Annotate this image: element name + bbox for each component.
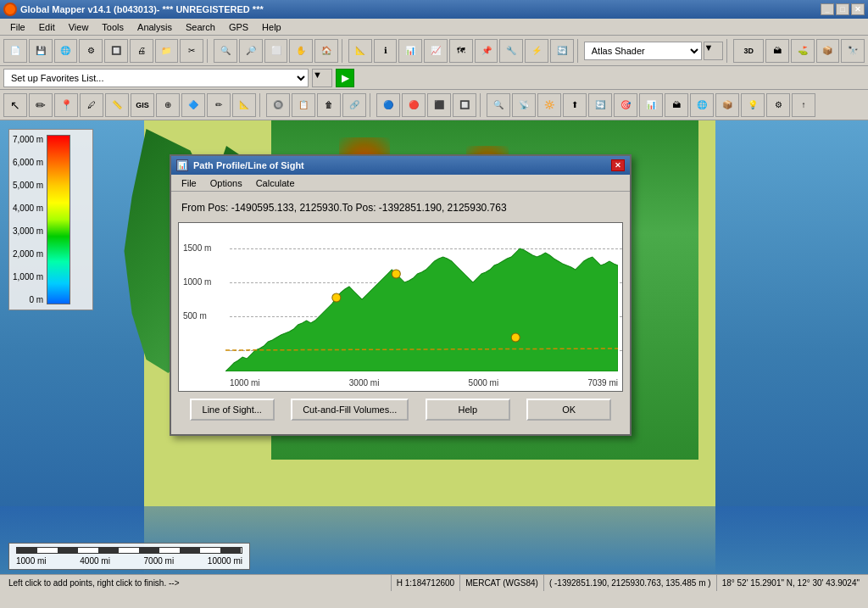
favorites-dropdown[interactable]: Set up Favorites List... <box>3 69 309 87</box>
close-button[interactable]: ✕ <box>851 3 865 15</box>
map-scale-bar: 1000 mi 4000 mi 7000 mi 10000 mi <box>8 543 250 570</box>
tb2-b8[interactable]: 🔘 <box>266 93 290 117</box>
legend-6000: 6,000 m <box>13 158 43 167</box>
map-container[interactable]: 7,000 m 6,000 m 5,000 m 4,000 m 3,000 m … <box>0 120 868 591</box>
tb2-b27[interactable]: ⚙ <box>766 93 790 117</box>
tb2-b15[interactable]: 🔲 <box>453 93 476 117</box>
tb-b3[interactable]: 🔧 <box>499 39 523 63</box>
tb2-b9[interactable]: 📋 <box>292 93 315 117</box>
help-button[interactable]: Help <box>426 399 510 421</box>
tb2-b10[interactable]: 🗑 <box>317 93 341 117</box>
ok-button[interactable]: OK <box>526 399 611 421</box>
menu-edit[interactable]: Edit <box>32 20 62 34</box>
tb2-b4[interactable]: ⊕ <box>156 93 180 117</box>
tb2-b24[interactable]: 🌐 <box>690 93 714 117</box>
tb2-b21[interactable]: 🎯 <box>614 93 637 117</box>
tb-b8[interactable]: 📦 <box>816 39 840 63</box>
tb-profile[interactable]: 📈 <box>424 39 448 63</box>
los-point-2 <box>392 270 400 278</box>
menu-gps[interactable]: GPS <box>222 20 255 34</box>
menu-analysis[interactable]: Analysis <box>131 20 179 34</box>
tb2-b1[interactable]: 🖊 <box>80 93 103 117</box>
tb-zoom-fit[interactable]: 🏠 <box>314 39 338 63</box>
tb2-edit[interactable]: ✏ <box>29 93 53 117</box>
maximize-button[interactable]: □ <box>836 3 849 15</box>
shader-dropdown-btn[interactable]: ▼ <box>704 42 724 60</box>
tb2-b28[interactable]: ↑ <box>792 93 815 117</box>
tb-open[interactable]: 🌐 <box>54 39 78 63</box>
tb-info[interactable]: ℹ <box>374 39 398 63</box>
dialog-titlebar: 📊 Path Profile/Line of Sight ✕ <box>171 156 630 175</box>
tb-zoom-in[interactable]: 🔍 <box>214 39 237 63</box>
dialog-menu-file[interactable]: File <box>175 176 203 190</box>
tb2-b14[interactable]: ⬛ <box>427 93 451 117</box>
tb2-b7[interactable]: 📐 <box>232 93 256 117</box>
tb-3d[interactable]: 3D <box>733 39 764 63</box>
tb2-b6[interactable]: ✏ <box>207 93 231 117</box>
shader-dropdown[interactable]: Atlas Shader <box>584 42 702 60</box>
tb2-b11[interactable]: 🔗 <box>342 93 366 117</box>
tb-save[interactable]: 💾 <box>29 39 53 63</box>
dialog-menu-calculate[interactable]: Calculate <box>249 176 302 190</box>
cut-fill-button[interactable]: Cut-and-Fill Volumes... <box>291 399 409 421</box>
tb-b4[interactable]: ⚡ <box>525 39 548 63</box>
tb2-add-pt[interactable]: 📍 <box>54 93 78 117</box>
tb-b7[interactable]: ⛳ <box>791 39 815 63</box>
tb-paste[interactable]: 📁 <box>155 39 179 63</box>
menu-help[interactable]: Help <box>255 20 288 34</box>
scale-10000mi: 10000 mi <box>208 556 242 566</box>
toolbar1: 📄 💾 🌐 ⚙ 🔲 🖨 📁 ✂ 🔍 🔎 ⬜ ✋ 🏠 📐 ℹ 📊 📈 🗺 📌 🔧 … <box>0 36 868 66</box>
status-bar: Left click to add points, right click to… <box>0 574 868 591</box>
tb2-b19[interactable]: ⬆ <box>563 93 587 117</box>
tb-b9[interactable]: 🔭 <box>841 39 865 63</box>
tb2-b16[interactable]: 🔍 <box>487 93 510 117</box>
line-of-sight-button[interactable]: Line of Sight... <box>190 399 275 421</box>
tb-undo[interactable]: ✂ <box>180 39 203 63</box>
tb2-b17[interactable]: 📡 <box>512 93 536 117</box>
menu-file[interactable]: File <box>3 20 32 34</box>
tb-measure[interactable]: 📐 <box>348 39 372 63</box>
tb2-b12[interactable]: 🔵 <box>376 93 400 117</box>
y-label-1500: 1500 m <box>183 243 211 253</box>
tb-cut[interactable]: 🔲 <box>104 39 128 63</box>
tb-b6[interactable]: 🏔 <box>765 39 789 63</box>
title-bar-controls[interactable]: _ □ ✕ <box>821 3 865 15</box>
toolbar2-sep1 <box>259 93 263 117</box>
tb2-b5[interactable]: 🔷 <box>181 93 205 117</box>
tb-copy[interactable]: 🖨 <box>130 39 153 63</box>
dialog-menu-options[interactable]: Options <box>203 176 249 190</box>
menu-view[interactable]: View <box>62 20 96 34</box>
dialog-close-button[interactable]: ✕ <box>611 159 625 171</box>
tb2-b25[interactable]: 📦 <box>715 93 739 117</box>
tb-new[interactable]: 📄 <box>3 39 27 63</box>
y-label-1000: 1000 m <box>183 277 211 287</box>
toolbar2-sep3 <box>480 93 483 117</box>
tb-b2[interactable]: 📌 <box>475 39 498 63</box>
dialog-title: Path Profile/Line of Sight <box>193 160 304 170</box>
favorites-dropdown-btn[interactable]: ▼ <box>312 69 332 87</box>
dialog-menu: File Options Calculate <box>171 175 630 192</box>
tb2-b26[interactable]: 💡 <box>741 93 765 117</box>
tb2-b18[interactable]: 🔆 <box>537 93 561 117</box>
tb2-b23[interactable]: 🏔 <box>665 93 688 117</box>
toolbar1-sep3 <box>577 39 581 63</box>
tb2-b2[interactable]: 📏 <box>105 93 129 117</box>
tb-zoom-out[interactable]: 🔎 <box>239 39 263 63</box>
menu-tools[interactable]: Tools <box>95 20 131 34</box>
status-message: Left click to add points, right click to… <box>3 575 392 591</box>
minimize-button[interactable]: _ <box>821 3 834 15</box>
tb-pan[interactable]: ✋ <box>289 39 313 63</box>
tb2-select[interactable]: ↖ <box>3 93 27 117</box>
play-button[interactable]: ▶ <box>336 69 354 87</box>
tb-chart[interactable]: 📊 <box>398 39 422 63</box>
tb-print[interactable]: ⚙ <box>79 39 103 63</box>
tb-b1[interactable]: 🗺 <box>449 39 473 63</box>
tb2-b3[interactable]: GIS <box>131 93 154 117</box>
tb-zoom-box[interactable]: ⬜ <box>264 39 288 63</box>
tb2-b22[interactable]: 📊 <box>639 93 663 117</box>
tb2-b20[interactable]: 🔄 <box>588 93 612 117</box>
menu-search[interactable]: Search <box>179 20 222 34</box>
tb2-b13[interactable]: 🔴 <box>402 93 426 117</box>
tb-b5[interactable]: 🔄 <box>550 39 574 63</box>
legend-4000: 4,000 m <box>13 204 43 213</box>
